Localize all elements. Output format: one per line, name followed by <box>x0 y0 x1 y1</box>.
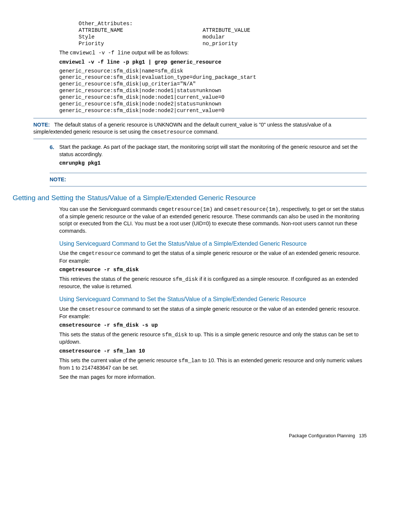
step-number: 6. <box>50 144 58 151</box>
cmsetresource-man: cmsetresource(1m) <box>224 206 279 212</box>
set-paragraph-2: This sets the status of the generic reso… <box>59 331 367 346</box>
t: and <box>213 206 224 212</box>
step-6-row: 6. Start the package. As part of the pac… <box>50 144 367 169</box>
note-block-1: NOTE: The default status of a generic re… <box>33 118 367 139</box>
set-paragraph-4: See the man pages for more information. <box>59 374 367 381</box>
section-heading: Getting and Setting the Status/Value of … <box>13 193 367 203</box>
cmsetresource-cmd-2: cmsetresource -r sfm_lan 10 <box>59 348 367 355</box>
note-cmd: cmsetresource <box>151 129 193 135</box>
note-label: NOTE: <box>33 122 50 128</box>
step-body: Start the package. As part of the packag… <box>59 144 358 157</box>
note-label-2: NOTE: <box>50 176 66 182</box>
note-text-2: command. <box>192 129 219 135</box>
subsection-get-heading: Using Serviceguard Command to Get the St… <box>59 240 367 248</box>
sfm-disk-inline: sfm_disk <box>173 276 198 282</box>
footer-page: 135 <box>359 433 367 438</box>
get-paragraph-1: Use the cmgetresource command to get the… <box>59 250 367 265</box>
cmgetresource-cmd: cmgetresource -r sfm_disk <box>59 267 367 273</box>
text-post: output will be as follows: <box>130 50 189 55</box>
step-text: Start the package. As part of the packag… <box>59 144 363 169</box>
t: Use the <box>59 250 79 256</box>
cmviewcl-output: generic_resource:sfm_disk|name=sfm_disk … <box>59 68 367 114</box>
cmrunpkg-cmd: cmrunpkg pkg1 <box>59 160 363 167</box>
t: This retrieves the status of the generic… <box>59 276 173 282</box>
set-paragraph-1: Use the cmsetresource command to set the… <box>59 306 367 320</box>
sfm-disk-inline-2: sfm_disk <box>162 332 187 338</box>
other-attributes-block: Other_Attributes: ATTRIBUTE_NAME ATTRIBU… <box>66 21 367 47</box>
sfm-lan-inline: sfm_lan <box>179 358 201 364</box>
section-paragraph: You can use the Serviceguard commands cm… <box>59 206 367 235</box>
t: You can use the Serviceguard commands <box>59 206 159 212</box>
cmsetresource-cmd-1: cmsetresource -r sfm_disk -s up <box>59 322 367 329</box>
cmgetresource-inline: cmgetresource <box>79 250 120 256</box>
subsection-set-heading: Using Serviceguard Command to Set the St… <box>59 295 367 303</box>
cmviewcl-intro: The cmviewcl -v -f line output will be a… <box>59 49 367 57</box>
t: This sets the current value of the gener… <box>59 357 179 363</box>
note-block-2: NOTE: <box>50 173 367 186</box>
t: Use the <box>59 306 79 312</box>
cmgetresource-man: cmgetresource(1m) <box>159 206 213 212</box>
footer-text: Package Configuration Planning <box>289 433 355 438</box>
get-paragraph-2: This retrieves the status of the generic… <box>59 276 367 290</box>
cmsetresource-inline: cmsetresource <box>79 306 120 312</box>
text-pre: The <box>59 50 70 55</box>
page-footer: Package Configuration Planning 135 <box>33 433 367 439</box>
cmviewcl-command: cmviewcl -v -f line -p pkg1 | grep gener… <box>59 59 367 66</box>
t: This sets the status of the generic reso… <box>59 331 162 337</box>
cmviewcl-inline: cmviewcl -v -f line <box>70 50 130 56</box>
set-paragraph-3: This sets the current value of the gener… <box>59 357 367 372</box>
